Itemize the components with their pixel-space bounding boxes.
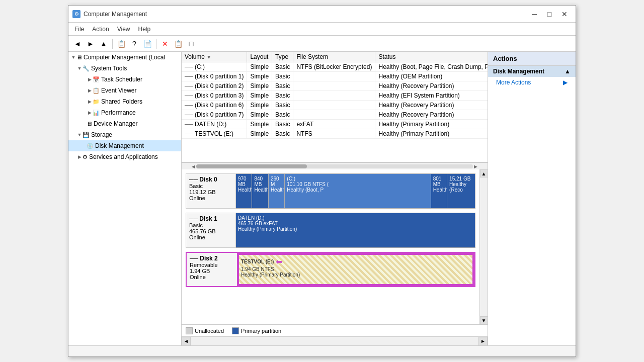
root-expand-icon[interactable]: ▼ <box>70 54 76 60</box>
tree-root[interactable]: ▼ 🖥 Computer Management (Local <box>68 52 181 63</box>
disk-visual-scrollbar[interactable]: ▲ ▼ <box>479 169 488 324</box>
sidebar-item-task-scheduler[interactable]: ▶ 📅 Task Scheduler <box>68 74 181 85</box>
table-row[interactable]: ──DATEN (D:) Simple Basic exFAT Healthy … <box>182 120 488 129</box>
delete-button[interactable]: ✕ <box>159 38 171 50</box>
menu-file[interactable]: File <box>70 25 88 34</box>
disk-0-part-c[interactable]: (C:) 101.10 GB NTFS ( Healthy (Boot, P <box>285 174 431 208</box>
sidebar-item-storage-label: Storage <box>91 131 112 138</box>
disk-0-part-c-size: 101.10 GB NTFS ( <box>287 182 428 187</box>
cell-layout: Simple <box>247 101 272 110</box>
disk-0-part-7[interactable]: 15.21 GB Healthy (Reco <box>447 174 475 208</box>
sidebar-item-storage[interactable]: ▼ 💾 Storage <box>68 129 181 140</box>
scroll-left-btn[interactable]: ◄ <box>191 163 196 169</box>
cell-volume: ──(Disk 0 partition 2) <box>182 81 247 91</box>
event-viewer-expand-icon[interactable]: ▶ <box>87 87 93 94</box>
sidebar-item-shared-folders[interactable]: ▶ 📁 Shared Folders <box>68 96 181 107</box>
disk-0-part-1-status: Healthy <box>238 187 250 193</box>
sidebar-item-disk-management-label: Disk Management <box>95 142 144 149</box>
sidebar: ▼ 🖥 Computer Management (Local ▼ 🔧 Syste… <box>68 52 182 345</box>
back-button[interactable]: ◄ <box>71 38 84 50</box>
disk-1-daten[interactable]: DATEN (D:) 465.76 GB exFAT Healthy (Prim… <box>236 213 475 247</box>
disk-1-row: ── Disk 1 Basic 465.76 GB Online DATEN (… <box>186 213 475 248</box>
sidebar-item-services[interactable]: ▶ ⚙ Services and Applications <box>68 151 181 162</box>
maximize-button[interactable]: □ <box>542 9 556 19</box>
event-viewer-icon: 📋 <box>93 87 100 94</box>
menu-action[interactable]: Action <box>88 25 113 34</box>
sidebar-item-device-manager[interactable]: 🖥 Device Manager <box>68 118 181 129</box>
table-row[interactable]: ──(Disk 0 partition 1) Simple Basic Heal… <box>182 72 488 81</box>
cell-status: Healthy (Primary Partition) <box>375 129 488 139</box>
performance-expand-icon[interactable]: ▶ <box>87 110 93 116</box>
bottom-scroll-right[interactable]: ► <box>478 337 488 346</box>
disk-0-part-3[interactable]: 260 M Health <box>269 174 285 208</box>
action-more-actions[interactable]: More Actions ▶ <box>488 77 576 88</box>
minimize-button[interactable]: ─ <box>527 9 541 19</box>
table-row[interactable]: ──TESTVOL (E:) Simple Basic NTFS Healthy… <box>182 129 488 139</box>
horizontal-scrollbar[interactable]: ◄ ► <box>182 162 488 169</box>
disk-0-part-3-status: Health <box>271 187 282 193</box>
action-more-actions-arrow: ▶ <box>563 79 568 86</box>
sidebar-item-disk-management[interactable]: 💿 Disk Management <box>68 140 181 151</box>
col-type[interactable]: Type <box>272 52 293 62</box>
sidebar-item-event-viewer[interactable]: ▶ 📋 Event Viewer <box>68 85 181 96</box>
bottom-scroll-track[interactable] <box>191 337 478 345</box>
sidebar-item-performance-label: Performance <box>101 109 136 116</box>
storage-expand-icon[interactable]: ▼ <box>76 132 83 138</box>
action-more-actions-label: More Actions <box>496 79 531 86</box>
title-bar-left: ⚙ Computer Management <box>72 10 147 18</box>
disk-visual-wrapper: ── Disk 0 Basic 119.12 GB Online 970 MB … <box>182 169 488 324</box>
sidebar-item-system-tools[interactable]: ▼ 🔧 System Tools <box>68 63 181 74</box>
app-icon: ⚙ <box>72 10 80 18</box>
disk-0-part-2[interactable]: 840 MB Healthy <box>252 174 268 208</box>
disk-0-part-6[interactable]: 801 MB Healthy <box>431 174 447 208</box>
sidebar-item-event-viewer-label: Event Viewer <box>101 87 136 94</box>
col-filesystem[interactable]: File System <box>293 52 375 62</box>
col-volume[interactable]: Volume ▼ <box>182 52 247 62</box>
cell-layout: Simple <box>247 72 272 81</box>
services-expand-icon[interactable]: ▶ <box>76 154 83 160</box>
up-button[interactable]: ▲ <box>98 38 110 50</box>
task-scheduler-expand-icon[interactable]: ▶ <box>87 76 93 82</box>
scroll-thumb <box>196 164 307 168</box>
export-button[interactable]: 📄 <box>141 38 153 50</box>
cell-type: Basic <box>272 91 293 101</box>
table-row[interactable]: ──(C:) Simple Basic NTFS (BitLocker Encr… <box>182 62 488 72</box>
cell-type: Basic <box>272 62 293 72</box>
menu-help[interactable]: Help <box>134 25 155 34</box>
disk-0-part-7-status: Healthy (Reco <box>449 182 473 193</box>
disk-0-part-1[interactable]: 970 MB Healthy <box>236 174 252 208</box>
cell-type: Basic <box>272 110 293 120</box>
shared-folders-expand-icon[interactable]: ▶ <box>87 99 93 105</box>
table-row[interactable]: ──(Disk 0 partition 6) Simple Basic Heal… <box>182 101 488 110</box>
scroll-right-btn[interactable]: ► <box>473 163 478 169</box>
sidebar-item-performance[interactable]: ▶ 📊 Performance <box>68 107 181 118</box>
disk-0-part-6-size: 801 MB <box>433 176 445 187</box>
menu-view[interactable]: View <box>113 25 134 34</box>
cell-status: Healthy (Boot, Page File, Crash Dump, Pr… <box>375 62 488 72</box>
disk-0-part-1-size: 970 MB <box>238 176 250 187</box>
col-layout[interactable]: Layout <box>247 52 272 62</box>
disk-1-type: Basic <box>189 222 232 228</box>
bottom-scroll-left[interactable]: ◄ <box>182 337 191 346</box>
actions-section-disk-management-header[interactable]: Disk Management ▲ <box>488 66 576 77</box>
new-button[interactable]: □ <box>185 38 197 50</box>
close-button[interactable]: ✕ <box>557 9 572 19</box>
table-row[interactable]: ──(Disk 0 partition 2) Simple Basic Heal… <box>182 81 488 91</box>
disk-2-testvol[interactable]: TESTVOL (E:) ⬅ 1.94 GB NTFS Healthy (Pri… <box>238 254 473 285</box>
services-icon: ⚙ <box>83 154 88 160</box>
col-status[interactable]: Status <box>375 52 488 62</box>
table-row[interactable]: ──(Disk 0 partition 7) Simple Basic Heal… <box>182 110 488 120</box>
cell-layout: Simple <box>247 129 272 139</box>
system-tools-expand-icon[interactable]: ▼ <box>76 65 83 71</box>
cell-fs: exFAT <box>293 120 375 129</box>
scroll-up-btn[interactable]: ▲ <box>480 169 488 177</box>
scroll-track[interactable] <box>196 164 473 168</box>
show-hide-button[interactable]: 📋 <box>115 38 127 50</box>
disk-0-size: 119.12 GB <box>189 189 232 195</box>
forward-button[interactable]: ► <box>85 38 97 50</box>
properties-button[interactable]: 📋 <box>172 38 184 50</box>
legend-unallocated-label: Unallocated <box>195 328 224 334</box>
scroll-down-btn[interactable]: ▼ <box>480 316 488 324</box>
help-button[interactable]: ? <box>128 38 140 50</box>
table-row[interactable]: ──(Disk 0 partition 3) Simple Basic Heal… <box>182 91 488 101</box>
